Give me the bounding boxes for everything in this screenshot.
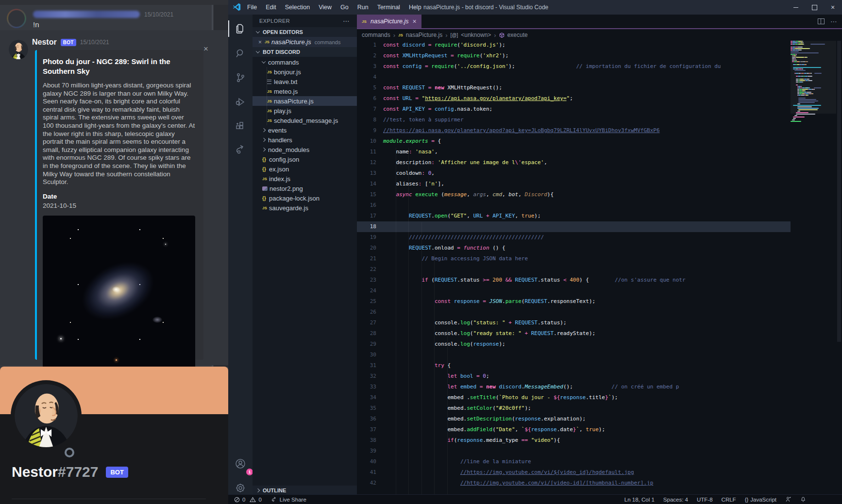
code-line-6[interactable]: 6const URL = "https://api.nasa.gov/plane… (357, 93, 791, 104)
embed-image-galaxy[interactable] (43, 216, 195, 376)
menu-help[interactable]: Help (404, 4, 426, 11)
code-line-3[interactable]: 3const config = require('../config.json'… (357, 61, 791, 72)
encoding[interactable]: UTF-8 (697, 497, 713, 503)
source-control-icon[interactable] (235, 72, 246, 84)
menu-edit[interactable]: Edit (261, 4, 281, 11)
bot-username[interactable]: Nestor (32, 38, 57, 47)
user-message: 15/10/2021 !n (0, 5, 212, 30)
file-item-bonjour.js[interactable]: JSbonjour.js (253, 67, 357, 77)
file-item-node_modules[interactable]: node_modules (253, 145, 357, 154)
code-line-7[interactable]: 7const API_KEY = config.nasa.token; (357, 104, 791, 115)
file-item-leave.txt[interactable]: leave.txt (253, 77, 357, 86)
eol-sequence[interactable]: CRLF (722, 497, 736, 503)
feedback-person-icon[interactable] (785, 496, 791, 503)
bright-star (165, 244, 166, 245)
file-item-handlers[interactable]: handlers (253, 135, 357, 145)
close-editor-icon[interactable]: × (258, 39, 262, 46)
bot-message-timestamp: 15/10/2021 (80, 39, 109, 46)
chevron-icon (262, 148, 266, 151)
file-item-ex.json[interactable]: {}ex.json (253, 164, 357, 174)
error-count[interactable]: 0 (242, 497, 245, 503)
code-line-1[interactable]: 1const discord = require('discord.js'); (357, 40, 791, 50)
open-editor-item[interactable]: × JS nasaPicture.js commands (253, 37, 357, 47)
menu-terminal[interactable]: Terminal (373, 4, 404, 11)
file-item-commands[interactable]: commands (253, 57, 357, 67)
menu-file[interactable]: File (243, 4, 261, 11)
code-line-17[interactable]: 17 REQUEST.open("GET", URL + API_KEY, tr… (357, 211, 791, 221)
file-item-events[interactable]: events (253, 125, 357, 135)
file-item-sauvegarde.js[interactable]: JSsauvegarde.js (253, 203, 357, 213)
menu-selection[interactable]: Selection (281, 4, 314, 11)
close-button[interactable]: × (824, 0, 842, 15)
file-item-play.js[interactable]: JSplay.js (253, 106, 357, 116)
vscode-logo-icon[interactable] (233, 3, 241, 11)
discord-top-strip (0, 0, 228, 5)
language-mode[interactable]: {} JavaScript (745, 497, 776, 503)
file-item-config.json[interactable]: {}config.json (253, 154, 357, 164)
code-line-4[interactable]: 4 (357, 72, 791, 83)
code-line-5[interactable]: 5const REQUEST = new XMLHttpRequest(); (357, 83, 791, 93)
message-text: !n (33, 20, 39, 29)
code-line-14[interactable]: 14 aliases: ['n'], (357, 179, 791, 189)
code-line-8[interactable]: 8//test, token à suppirmer (357, 115, 791, 125)
js-file-icon: JS (267, 70, 274, 74)
activity-bar: 1 (228, 15, 253, 494)
tab-underline (357, 28, 842, 29)
code-line-16[interactable]: 16 (357, 200, 791, 211)
editor-scrollbar[interactable] (836, 41, 842, 494)
notifications-bell-icon[interactable] (800, 496, 806, 503)
embed-field-value: 2021-10-15 (43, 202, 196, 209)
code-line-10[interactable]: 10module.exports = { (357, 136, 791, 147)
method-cube-icon (499, 33, 505, 38)
text-file-icon (267, 80, 271, 84)
extensions-icon[interactable] (235, 120, 246, 132)
live-share-status-icon (271, 496, 277, 503)
menu-view[interactable]: View (314, 4, 336, 11)
menu-run[interactable]: Run (353, 4, 373, 11)
bot-avatar[interactable] (9, 40, 28, 59)
code-line-11[interactable]: 11 name: 'nasa', (357, 147, 791, 157)
live-share-status[interactable]: Live Share (280, 497, 306, 503)
avatar[interactable] (7, 9, 26, 28)
file-item-scheduled_message.js[interactable]: JSscheduled_message.js (253, 116, 357, 125)
code-line-9[interactable]: 9//https://api.nasa.gov/planetary/apod?a… (357, 125, 791, 136)
open-editors-section[interactable]: OPEN EDITORS (253, 27, 357, 37)
chevron-icon (262, 59, 266, 63)
tab-close-icon[interactable]: × (413, 17, 417, 25)
file-item-index.js[interactable]: JSindex.js (253, 174, 357, 184)
minimap[interactable] (791, 41, 836, 216)
workspace-root-section[interactable]: BOT DISCORD (253, 47, 357, 57)
bot-message: Nestor BOT 15/10/2021 × Photo du jour - … (0, 30, 228, 365)
file-item-nasaPicture.js[interactable]: JSnasaPicture.js (253, 96, 357, 106)
maximize-button[interactable] (805, 0, 824, 15)
search-icon[interactable] (235, 48, 246, 59)
warning-count[interactable]: 0 (258, 497, 261, 503)
file-item-package-lock.json[interactable]: {}package-lock.json (253, 193, 357, 203)
file-item-nestor2.png[interactable]: nestor2.png (253, 184, 357, 193)
editor-more-icon[interactable]: ⋯ (830, 17, 837, 25)
code-line-13[interactable]: 13 cooldown: 0, (357, 168, 791, 179)
run-debug-icon[interactable] (235, 96, 246, 108)
remove-embed-button[interactable]: × (203, 46, 208, 52)
breadcrumb[interactable]: commands › JS nasaPicture.js › [@] <unkn… (362, 30, 528, 40)
minimize-button[interactable] (787, 0, 805, 15)
live-share-icon[interactable] (235, 144, 246, 155)
profile-username: Nestor (12, 464, 58, 480)
indent-guide (267, 67, 267, 125)
redacted-username[interactable] (33, 11, 140, 18)
file-item-meteo.js[interactable]: JSmeteo.js (253, 86, 357, 96)
tab-nasapicture[interactable]: JS nasaPicture.js × (357, 15, 421, 28)
code-line-15[interactable]: 15 async execute (message, args, cmd, bo… (357, 189, 791, 200)
settings-gear-icon[interactable] (235, 482, 246, 494)
code-line-12[interactable]: 12 description: 'Afficher une image de l… (357, 157, 791, 168)
explorer-icon[interactable] (235, 23, 246, 34)
cursor-position[interactable]: Ln 18, Col 1 (624, 497, 655, 503)
indentation[interactable]: Spaces: 4 (663, 497, 688, 503)
split-editor-icon[interactable] (818, 18, 825, 24)
code-line-2[interactable]: 2const XMLHttpRequest = require('xhr2'); (357, 50, 791, 61)
account-icon[interactable]: 1 (235, 458, 246, 470)
profile-avatar[interactable] (11, 380, 82, 451)
explorer-more-icon[interactable]: ⋯ (343, 17, 350, 25)
outline-section[interactable]: OUTLINE (253, 486, 357, 495)
menu-go[interactable]: Go (336, 4, 353, 11)
